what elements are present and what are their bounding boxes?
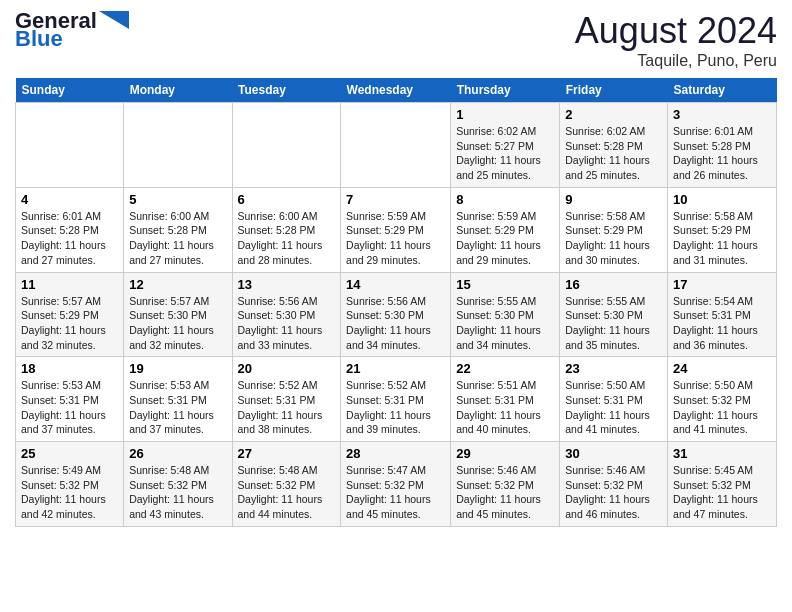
day-number: 31: [673, 446, 771, 461]
calendar-cell: 30Sunrise: 5:46 AM Sunset: 5:32 PM Dayli…: [560, 442, 668, 527]
calendar-cell: 13Sunrise: 5:56 AM Sunset: 5:30 PM Dayli…: [232, 272, 341, 357]
day-info: Sunrise: 5:48 AM Sunset: 5:32 PM Dayligh…: [129, 463, 226, 522]
day-number: 12: [129, 277, 226, 292]
week-row-3: 11Sunrise: 5:57 AM Sunset: 5:29 PM Dayli…: [16, 272, 777, 357]
calendar-subtitle: Taquile, Puno, Peru: [575, 52, 777, 70]
day-number: 18: [21, 361, 118, 376]
day-number: 11: [21, 277, 118, 292]
page-header: General Blue August 2024 Taquile, Puno, …: [15, 10, 777, 70]
day-number: 27: [238, 446, 336, 461]
calendar-cell: 18Sunrise: 5:53 AM Sunset: 5:31 PM Dayli…: [16, 357, 124, 442]
day-number: 7: [346, 192, 445, 207]
day-info: Sunrise: 5:58 AM Sunset: 5:29 PM Dayligh…: [673, 209, 771, 268]
calendar-cell: 4Sunrise: 6:01 AM Sunset: 5:28 PM Daylig…: [16, 187, 124, 272]
week-row-4: 18Sunrise: 5:53 AM Sunset: 5:31 PM Dayli…: [16, 357, 777, 442]
calendar-table: SundayMondayTuesdayWednesdayThursdayFrid…: [15, 78, 777, 527]
logo-arrow-icon: [99, 11, 129, 29]
calendar-cell: 9Sunrise: 5:58 AM Sunset: 5:29 PM Daylig…: [560, 187, 668, 272]
day-info: Sunrise: 5:52 AM Sunset: 5:31 PM Dayligh…: [346, 378, 445, 437]
day-number: 3: [673, 107, 771, 122]
svg-marker-0: [99, 11, 129, 29]
header-day-friday: Friday: [560, 78, 668, 103]
day-number: 26: [129, 446, 226, 461]
day-info: Sunrise: 5:55 AM Sunset: 5:30 PM Dayligh…: [565, 294, 662, 353]
day-number: 4: [21, 192, 118, 207]
day-info: Sunrise: 5:48 AM Sunset: 5:32 PM Dayligh…: [238, 463, 336, 522]
calendar-cell: 17Sunrise: 5:54 AM Sunset: 5:31 PM Dayli…: [668, 272, 777, 357]
day-number: 13: [238, 277, 336, 292]
header-day-thursday: Thursday: [451, 78, 560, 103]
day-info: Sunrise: 5:51 AM Sunset: 5:31 PM Dayligh…: [456, 378, 554, 437]
calendar-cell: 20Sunrise: 5:52 AM Sunset: 5:31 PM Dayli…: [232, 357, 341, 442]
day-number: 24: [673, 361, 771, 376]
logo-blue-text: Blue: [15, 28, 63, 50]
calendar-cell: [124, 103, 232, 188]
day-number: 15: [456, 277, 554, 292]
day-info: Sunrise: 6:02 AM Sunset: 5:27 PM Dayligh…: [456, 124, 554, 183]
day-number: 22: [456, 361, 554, 376]
header-day-tuesday: Tuesday: [232, 78, 341, 103]
day-number: 23: [565, 361, 662, 376]
day-info: Sunrise: 5:54 AM Sunset: 5:31 PM Dayligh…: [673, 294, 771, 353]
header-day-sunday: Sunday: [16, 78, 124, 103]
day-number: 20: [238, 361, 336, 376]
day-info: Sunrise: 5:45 AM Sunset: 5:32 PM Dayligh…: [673, 463, 771, 522]
day-number: 19: [129, 361, 226, 376]
calendar-cell: 16Sunrise: 5:55 AM Sunset: 5:30 PM Dayli…: [560, 272, 668, 357]
calendar-cell: 5Sunrise: 6:00 AM Sunset: 5:28 PM Daylig…: [124, 187, 232, 272]
day-info: Sunrise: 5:52 AM Sunset: 5:31 PM Dayligh…: [238, 378, 336, 437]
calendar-cell: 1Sunrise: 6:02 AM Sunset: 5:27 PM Daylig…: [451, 103, 560, 188]
day-number: 25: [21, 446, 118, 461]
day-number: 1: [456, 107, 554, 122]
day-info: Sunrise: 5:56 AM Sunset: 5:30 PM Dayligh…: [238, 294, 336, 353]
day-number: 29: [456, 446, 554, 461]
day-info: Sunrise: 5:56 AM Sunset: 5:30 PM Dayligh…: [346, 294, 445, 353]
day-info: Sunrise: 5:55 AM Sunset: 5:30 PM Dayligh…: [456, 294, 554, 353]
day-number: 28: [346, 446, 445, 461]
calendar-title: August 2024: [575, 10, 777, 52]
day-info: Sunrise: 6:01 AM Sunset: 5:28 PM Dayligh…: [673, 124, 771, 183]
day-info: Sunrise: 5:57 AM Sunset: 5:29 PM Dayligh…: [21, 294, 118, 353]
day-number: 2: [565, 107, 662, 122]
calendar-cell: 22Sunrise: 5:51 AM Sunset: 5:31 PM Dayli…: [451, 357, 560, 442]
logo: General Blue: [15, 10, 129, 50]
header-day-saturday: Saturday: [668, 78, 777, 103]
calendar-cell: 11Sunrise: 5:57 AM Sunset: 5:29 PM Dayli…: [16, 272, 124, 357]
calendar-cell: 23Sunrise: 5:50 AM Sunset: 5:31 PM Dayli…: [560, 357, 668, 442]
day-number: 9: [565, 192, 662, 207]
week-row-5: 25Sunrise: 5:49 AM Sunset: 5:32 PM Dayli…: [16, 442, 777, 527]
calendar-cell: 26Sunrise: 5:48 AM Sunset: 5:32 PM Dayli…: [124, 442, 232, 527]
day-number: 5: [129, 192, 226, 207]
day-info: Sunrise: 5:57 AM Sunset: 5:30 PM Dayligh…: [129, 294, 226, 353]
day-info: Sunrise: 5:59 AM Sunset: 5:29 PM Dayligh…: [346, 209, 445, 268]
day-number: 17: [673, 277, 771, 292]
day-number: 6: [238, 192, 336, 207]
calendar-cell: 21Sunrise: 5:52 AM Sunset: 5:31 PM Dayli…: [341, 357, 451, 442]
week-row-2: 4Sunrise: 6:01 AM Sunset: 5:28 PM Daylig…: [16, 187, 777, 272]
day-info: Sunrise: 6:02 AM Sunset: 5:28 PM Dayligh…: [565, 124, 662, 183]
title-block: August 2024 Taquile, Puno, Peru: [575, 10, 777, 70]
day-info: Sunrise: 5:49 AM Sunset: 5:32 PM Dayligh…: [21, 463, 118, 522]
day-info: Sunrise: 5:58 AM Sunset: 5:29 PM Dayligh…: [565, 209, 662, 268]
day-info: Sunrise: 6:00 AM Sunset: 5:28 PM Dayligh…: [238, 209, 336, 268]
week-row-1: 1Sunrise: 6:02 AM Sunset: 5:27 PM Daylig…: [16, 103, 777, 188]
calendar-cell: 7Sunrise: 5:59 AM Sunset: 5:29 PM Daylig…: [341, 187, 451, 272]
day-number: 14: [346, 277, 445, 292]
day-info: Sunrise: 6:01 AM Sunset: 5:28 PM Dayligh…: [21, 209, 118, 268]
day-number: 8: [456, 192, 554, 207]
calendar-cell: 28Sunrise: 5:47 AM Sunset: 5:32 PM Dayli…: [341, 442, 451, 527]
day-info: Sunrise: 5:50 AM Sunset: 5:32 PM Dayligh…: [673, 378, 771, 437]
day-number: 16: [565, 277, 662, 292]
calendar-cell: 19Sunrise: 5:53 AM Sunset: 5:31 PM Dayli…: [124, 357, 232, 442]
calendar-cell: 29Sunrise: 5:46 AM Sunset: 5:32 PM Dayli…: [451, 442, 560, 527]
calendar-cell: 8Sunrise: 5:59 AM Sunset: 5:29 PM Daylig…: [451, 187, 560, 272]
calendar-cell: 15Sunrise: 5:55 AM Sunset: 5:30 PM Dayli…: [451, 272, 560, 357]
day-info: Sunrise: 5:46 AM Sunset: 5:32 PM Dayligh…: [456, 463, 554, 522]
calendar-cell: 24Sunrise: 5:50 AM Sunset: 5:32 PM Dayli…: [668, 357, 777, 442]
calendar-cell: [232, 103, 341, 188]
calendar-cell: 27Sunrise: 5:48 AM Sunset: 5:32 PM Dayli…: [232, 442, 341, 527]
day-number: 10: [673, 192, 771, 207]
header-row: SundayMondayTuesdayWednesdayThursdayFrid…: [16, 78, 777, 103]
day-info: Sunrise: 5:50 AM Sunset: 5:31 PM Dayligh…: [565, 378, 662, 437]
day-info: Sunrise: 5:53 AM Sunset: 5:31 PM Dayligh…: [129, 378, 226, 437]
